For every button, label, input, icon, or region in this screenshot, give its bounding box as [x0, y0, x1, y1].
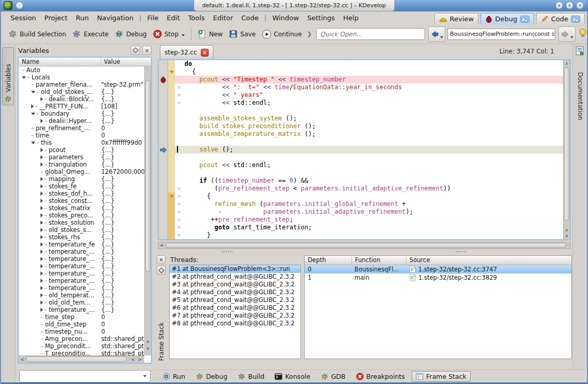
- menu-file[interactable]: File: [143, 13, 163, 23]
- icon-border[interactable]: [159, 146, 168, 154]
- variable-row[interactable]: –time0: [19, 132, 144, 139]
- gdb-tool-button[interactable]: GDB: [317, 372, 349, 381]
- variable-row[interactable]: –parameters{...}: [19, 154, 144, 161]
- expand-arrow-icon[interactable]: [40, 213, 43, 217]
- expand-arrow-icon[interactable]: [40, 97, 43, 101]
- expand-arrow-icon[interactable]: [40, 162, 43, 167]
- code-line[interactable]: [159, 138, 563, 146]
- code-line[interactable]: if ((timestep_number == 0) &&: [159, 177, 563, 185]
- expand-arrow-icon[interactable]: [40, 271, 43, 276]
- close-button[interactable]: ×: [576, 2, 584, 9]
- code-line[interactable]: [159, 107, 563, 115]
- expand-arrow-icon[interactable]: [40, 206, 43, 210]
- fold-marker-column[interactable]: [168, 193, 175, 200]
- variable-row[interactable]: –stokes_matrix{...}: [19, 204, 144, 212]
- variable-row[interactable]: –temperature_...{...}: [19, 277, 144, 284]
- window-menu-button[interactable]: [16, 2, 23, 9]
- thread-row[interactable]: #5 at pthread_cond_wait@@GLIBC_2.3.2: [170, 296, 300, 304]
- expand-arrow-icon[interactable]: [40, 242, 43, 246]
- icon-border[interactable]: [159, 122, 168, 130]
- fold-marker-column[interactable]: [168, 146, 175, 154]
- fold-marker-column[interactable]: [168, 60, 175, 68]
- scroll-up-arrow[interactable]: ∧: [564, 61, 570, 66]
- menu-session[interactable]: Session: [6, 13, 40, 23]
- code-line[interactable]: [159, 154, 563, 161]
- expand-arrow-icon[interactable]: [40, 235, 43, 239]
- new-button[interactable]: New: [195, 28, 226, 41]
- fold-marker-column[interactable]: [168, 231, 175, 239]
- variable-row[interactable]: –pre_refinement_...0: [19, 125, 144, 132]
- variable-row[interactable]: –Amg_precon...std::shared_pt...: [19, 335, 144, 342]
- frame-row[interactable]: 1mainC1.step-32/step-32.cc:3829: [305, 273, 571, 282]
- expand-arrow-icon[interactable]: [40, 184, 43, 188]
- variable-row[interactable]: –old_old_tem...{...}: [19, 299, 144, 306]
- thread-row[interactable]: #7 at pthread_cond_wait@@GLIBC_2.3.2: [170, 312, 300, 320]
- scroll-down-arrow[interactable]: ∨: [145, 346, 151, 351]
- variables-horizontal-scrollbar[interactable]: < < >: [19, 355, 144, 363]
- menu-edit[interactable]: Edit: [162, 13, 184, 23]
- close-panel-button[interactable]: ×: [142, 46, 152, 55]
- icon-border[interactable]: [159, 84, 168, 91]
- code-line[interactable]: » {: [159, 193, 563, 200]
- variable-row[interactable]: –temperature_...{...}: [19, 270, 144, 277]
- editor-vertical-scrollbar[interactable]: ∧ ∧ ∨: [563, 60, 570, 239]
- code-line[interactable]: pcout << "Timestep " << timestep_number: [159, 76, 563, 84]
- menu-project[interactable]: Project: [40, 13, 72, 23]
- expand-arrow-icon[interactable]: [40, 119, 43, 123]
- variable-row[interactable]: –stokes_fe{...}: [19, 183, 144, 190]
- code-line[interactable]: build_stokes_preconditioner ();: [159, 122, 563, 130]
- variables-column-header[interactable]: Name Value: [19, 58, 151, 66]
- variable-row[interactable]: –stokes_rhs{...}: [19, 234, 144, 241]
- fold-marker-column[interactable]: [168, 107, 175, 115]
- variable-row[interactable]: –Auto: [19, 66, 144, 74]
- code-line[interactable]: » refine_mesh (parameters.initial_global…: [159, 200, 563, 208]
- frame-stack-table[interactable]: DepthFunctionSource 0BoussinesqFl...C1.s…: [304, 255, 572, 359]
- fold-marker-column[interactable]: [168, 200, 175, 208]
- column-value[interactable]: Value: [101, 58, 151, 66]
- variable-row[interactable]: –stokes_solution{...}: [19, 219, 144, 226]
- forward-dropdown-icon[interactable]: [570, 36, 573, 38]
- fold-marker-column[interactable]: [168, 91, 175, 99]
- collapse-arrow-icon[interactable]: [31, 91, 35, 93]
- scroll-right-arrow[interactable]: >: [138, 357, 142, 362]
- icon-border[interactable]: [159, 91, 168, 99]
- variables-vertical-scrollbar[interactable]: ∧ ∨: [144, 66, 151, 355]
- fold-marker-column[interactable]: [168, 76, 175, 84]
- expand-arrow-icon[interactable]: [40, 264, 43, 268]
- collapse-arrow-icon[interactable]: [22, 76, 26, 79]
- thread-row[interactable]: #6 at pthread_cond_wait@@GLIBC_2.3.2: [170, 304, 300, 312]
- variable-row[interactable]: –stokes_dof_h...{...}: [19, 190, 144, 197]
- scroll-left-arrow[interactable]: <: [160, 243, 164, 248]
- collapse-arrow-icon[interactable]: [31, 142, 35, 144]
- frame-table-header[interactable]: DepthFunctionSource: [305, 256, 571, 265]
- variable-row[interactable]: –temperature_...{...}: [19, 255, 144, 263]
- fold-marker-column[interactable]: [168, 185, 175, 193]
- code-editor[interactable]: do { pcout << "Timestep " << timestep_nu…: [158, 59, 571, 240]
- expand-arrow-icon[interactable]: [40, 279, 43, 283]
- menu-settings[interactable]: Settings: [303, 13, 339, 23]
- variable-row[interactable]: –T_preconditio...std::shared_pt...: [19, 350, 144, 355]
- build-selection-button[interactable]: Build Selection: [5, 28, 69, 40]
- frame-column-depth[interactable]: Depth: [305, 256, 351, 265]
- variable-row[interactable]: –dealii::Hyper...{...}: [19, 117, 144, 125]
- fold-arrow-icon[interactable]: [170, 71, 174, 74]
- code-line[interactable]: » << ": t=" << time/EquationData::year_i…: [159, 84, 563, 91]
- maximize-button[interactable]: ∧: [566, 2, 573, 9]
- variable-row[interactable]: –old_temperat...{...}: [19, 292, 144, 299]
- horizontal-splitter[interactable]: [155, 250, 575, 254]
- variable-row[interactable]: –stokes_const...{...}: [19, 197, 144, 204]
- code-line[interactable]: solve ();: [159, 146, 563, 154]
- execute-button[interactable]: Execute: [69, 28, 112, 40]
- expand-arrow-icon[interactable]: [40, 177, 43, 181]
- icon-border[interactable]: [159, 200, 168, 208]
- fold-marker-column[interactable]: [168, 161, 175, 169]
- detach-panel-button[interactable]: [131, 46, 140, 55]
- detach-toolview-button[interactable]: [157, 266, 166, 275]
- konsole-tool-button[interactable]: Konsole: [271, 372, 313, 381]
- breakpoint-icon[interactable]: [160, 76, 167, 83]
- scrollbar-thumb[interactable]: [564, 67, 569, 221]
- variable-row[interactable]: –Locals: [19, 74, 144, 81]
- variable-row[interactable]: –boundary{...}: [19, 110, 144, 117]
- expression-input-combo[interactable]: [19, 370, 151, 382]
- editor-horizontal-scrollbar[interactable]: <: [158, 242, 571, 249]
